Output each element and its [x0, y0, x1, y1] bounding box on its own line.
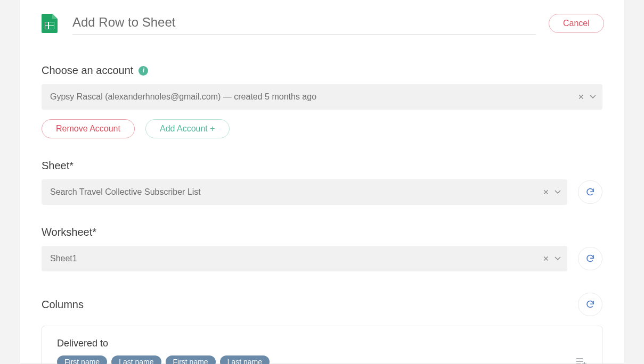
- column-group-title: Delivered to: [57, 338, 587, 349]
- header-left: Add Row to Sheet: [42, 12, 536, 35]
- account-buttons: Remove Account Add Account +: [42, 119, 602, 138]
- field-pill[interactable]: First name: [57, 355, 107, 364]
- caret-down-icon[interactable]: [555, 257, 561, 261]
- add-account-button[interactable]: Add Account +: [145, 119, 230, 138]
- clear-worksheet-icon[interactable]: ✕: [543, 254, 549, 263]
- title-container: Add Row to Sheet: [72, 12, 536, 35]
- column-pill-row[interactable]: First name Last name First name Last nam…: [57, 355, 587, 364]
- sheet-label: Sheet*: [42, 160, 602, 172]
- caret-down-icon[interactable]: [590, 95, 596, 99]
- config-card: Add Row to Sheet Cancel Choose an accoun…: [20, 0, 624, 364]
- info-icon[interactable]: i: [138, 66, 148, 76]
- worksheet-label: Worksheet*: [42, 226, 602, 238]
- page-title: Add Row to Sheet: [72, 15, 536, 30]
- worksheet-selected-value: Sheet1: [50, 254, 77, 263]
- sheet-section: Sheet* Search Travel Collective Subscrib…: [42, 160, 602, 205]
- refresh-icon: [585, 254, 595, 263]
- worksheet-section: Worksheet* Sheet1 ✕: [42, 226, 602, 271]
- refresh-icon: [585, 300, 595, 309]
- remove-account-button[interactable]: Remove Account: [42, 119, 135, 138]
- cancel-button[interactable]: Cancel: [549, 14, 604, 33]
- sheet-selected-value: Search Travel Collective Subscriber List: [50, 187, 201, 197]
- columns-section: Columns Delivered to First name Last nam…: [42, 293, 602, 364]
- account-label: Choose an account: [42, 64, 133, 77]
- refresh-icon: [585, 187, 595, 197]
- refresh-worksheet-button[interactable]: [578, 247, 602, 270]
- insert-field-icon[interactable]: [576, 358, 587, 364]
- google-sheets-icon: [42, 14, 58, 33]
- caret-down-icon[interactable]: [555, 190, 561, 194]
- field-pill[interactable]: Last name: [111, 355, 161, 364]
- header-row: Add Row to Sheet Cancel: [42, 12, 602, 39]
- account-section: Choose an account i Gypsy Rascal (alexan…: [42, 64, 602, 138]
- account-label-row: Choose an account i: [42, 64, 602, 77]
- account-selected-value: Gypsy Rascal (alexanderhnoles@gmail.com)…: [50, 92, 316, 102]
- refresh-columns-button[interactable]: [578, 293, 602, 316]
- field-pill[interactable]: First name: [166, 355, 216, 364]
- clear-account-icon[interactable]: ✕: [578, 93, 584, 101]
- clear-sheet-icon[interactable]: ✕: [543, 188, 549, 196]
- refresh-sheet-button[interactable]: [578, 180, 602, 204]
- account-select[interactable]: Gypsy Rascal (alexanderhnoles@gmail.com)…: [42, 84, 602, 110]
- worksheet-select[interactable]: Sheet1 ✕: [42, 246, 567, 271]
- columns-box: Delivered to First name Last name First …: [42, 326, 602, 364]
- columns-label: Columns: [42, 299, 84, 311]
- sheet-select[interactable]: Search Travel Collective Subscriber List…: [42, 179, 567, 205]
- field-pill[interactable]: Last name: [220, 355, 270, 364]
